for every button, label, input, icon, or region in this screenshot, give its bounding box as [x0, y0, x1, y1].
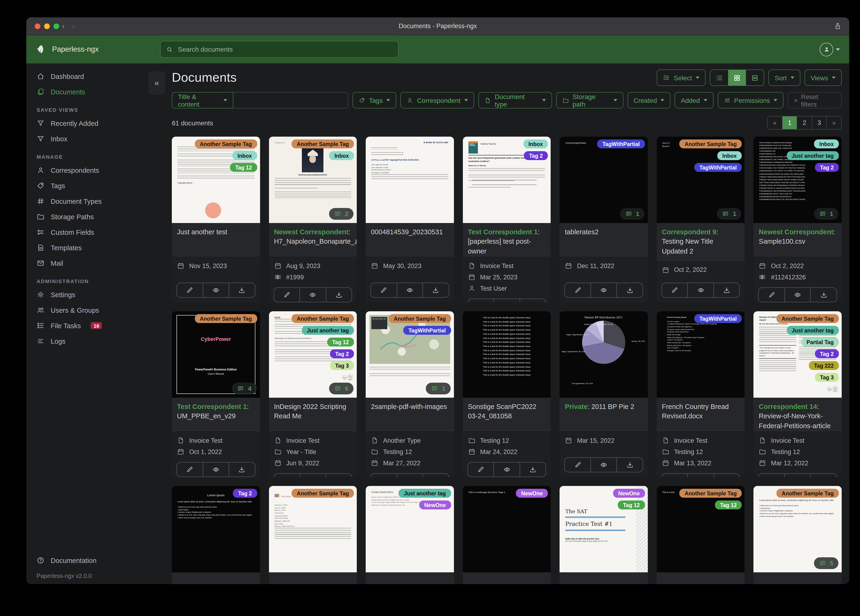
pagination-prev[interactable]: «	[768, 116, 782, 129]
view-document-button[interactable]	[202, 462, 229, 476]
sidebar-collapse-button[interactable]: «	[148, 71, 165, 95]
tag-pill[interactable]: Another Sample Tag	[680, 489, 742, 498]
sidebar-item-users-groups[interactable]: Users & Groups	[26, 302, 167, 318]
document-preview[interactable]: Adobe Acrobat PDF Files Cupcake ipsumAno…	[172, 137, 260, 223]
document-title-box[interactable]: Sonstige ScanPC2022 03-24_081058	[463, 398, 551, 431]
edit-document-button[interactable]	[274, 474, 300, 477]
user-menu[interactable]	[820, 42, 840, 56]
document-preview[interactable]: Lorem ipsum Lorem ipsum dolor sit amet, …	[754, 486, 842, 572]
search-input[interactable]	[177, 45, 392, 53]
document-card[interactable]: one,1.0five,5.0Another Sample TagInboxTa…	[657, 137, 745, 302]
document-card[interactable]: MEDICAL TEACHER Medical Teacher Has the …	[463, 137, 551, 302]
download-document-button[interactable]	[422, 283, 449, 297]
view-document-button[interactable]	[396, 474, 422, 477]
document-title-box[interactable]: Newest Correspondent: H7_Napoleon_Bonapa…	[269, 223, 357, 256]
tag-pill[interactable]: Just another tag	[301, 326, 354, 335]
document-title-box[interactable]: 0004814539_20230531	[366, 223, 454, 256]
document-title-box[interactable]: French Country Bread Revised.docx	[657, 398, 745, 431]
document-correspondent[interactable]: Newest Correspondent	[274, 228, 348, 236]
document-card[interactable]: French Country BreadFor the Leaven1 heap…	[657, 311, 745, 477]
sidebar-item-document-types[interactable]: Document Types	[26, 193, 167, 209]
view-document-button[interactable]	[687, 474, 714, 477]
minimize-window-button[interactable]	[44, 23, 50, 29]
tag-pill[interactable]: Tag 12	[230, 163, 257, 172]
document-preview[interactable]: Lorem ipsum Lorem ipsum dolor sit amet, …	[172, 486, 260, 572]
edit-document-button[interactable]	[371, 474, 396, 477]
document-title-box[interactable]	[463, 572, 551, 584]
edit-document-button[interactable]	[759, 288, 785, 302]
document-card[interactable]: Country,Region/State,TagWithPartial1tabl…	[560, 137, 648, 302]
view-document-button[interactable]	[590, 283, 617, 297]
edit-document-button[interactable]	[468, 462, 493, 476]
document-preview[interactable]: This is a testAnother Sample TagTag 12	[657, 486, 745, 572]
download-document-button[interactable]	[326, 474, 352, 477]
sidebar-item-templates[interactable]: Templates	[26, 240, 167, 255]
tag-pill[interactable]: Tag 12	[618, 501, 645, 509]
title-content-input[interactable]	[233, 92, 348, 108]
view-document-button[interactable]	[300, 288, 326, 302]
sort-button[interactable]: Sort	[769, 69, 800, 86]
document-correspondent[interactable]: Newest Correspondent	[759, 228, 833, 236]
tag-pill[interactable]: Tag 12	[715, 501, 742, 509]
forward-icon[interactable]: ›	[72, 21, 75, 31]
correspondent-filter-button[interactable]: Correspondent	[401, 92, 474, 108]
sidebar-item-storage-paths[interactable]: Storage Paths	[26, 209, 167, 225]
document-card[interactable]: Review of Arbitral Awards Shows Swift Re…	[754, 311, 842, 477]
document-preview[interactable]: Country,Region/State,TagWithPartial1	[560, 137, 648, 223]
sidebar-item-documentation[interactable]: Documentation	[26, 553, 167, 568]
pagination-next[interactable]: »	[826, 116, 841, 129]
document-preview[interactable]: This is a multi page document. Page 1.Ne…	[463, 486, 551, 572]
download-document-button[interactable]	[519, 462, 546, 476]
tag-pill[interactable]: Just another tag	[399, 489, 451, 498]
document-preview[interactable]: CyberPower PowerPanel® Business Edition …	[172, 311, 260, 398]
tag-pill[interactable]: Just another tag	[786, 151, 839, 160]
view-document-button[interactable]	[202, 283, 229, 297]
document-card[interactable]: Patient BP Distribution 2011 Normal, 150…	[560, 311, 648, 477]
tag-pill[interactable]: Another Sample Tag	[680, 140, 742, 148]
download-document-button[interactable]	[519, 299, 546, 302]
tag-pill[interactable]: Tag 2	[815, 163, 839, 172]
document-preview[interactable]: one,1.0five,5.0Another Sample TagInboxTa…	[657, 137, 745, 223]
edit-document-button[interactable]	[662, 474, 687, 477]
tag-pill[interactable]: Tag 3	[330, 361, 354, 370]
document-card[interactable]: Adob InDesign Scripting Documentation An…	[269, 311, 357, 477]
document-card[interactable]: ✳ BANK OF SCOTLAND 2,0 % p. a. auf Ihr T…	[366, 137, 454, 302]
edit-document-button[interactable]	[274, 288, 300, 302]
document-correspondent[interactable]: Test Correspondent 1	[468, 228, 538, 236]
tag-pill[interactable]: Tag 12	[327, 338, 354, 347]
document-preview[interactable]: This is a test for the double space char…	[463, 311, 551, 398]
document-preview[interactable]: The SAT Practice Test #1 Make time to ta…	[560, 486, 648, 572]
tag-pill[interactable]: Another Sample Tag	[777, 489, 839, 498]
view-details-button[interactable]	[746, 70, 764, 85]
sidebar-item-correspondents[interactable]: Correspondents	[26, 162, 167, 178]
document-preview[interactable]: Serial Number,Company Name,Employe978818…	[754, 137, 842, 223]
views-button[interactable]: Views	[805, 69, 842, 86]
download-document-button[interactable]	[617, 283, 643, 297]
document-title-box[interactable]	[172, 572, 260, 584]
document-preview[interactable]: ✳ BANK OF SCOTLAND 2,0 % p. a. auf Ihr T…	[366, 137, 454, 223]
tag-pill[interactable]: TagWithPartial	[403, 326, 451, 335]
view-document-button[interactable]	[785, 288, 810, 302]
view-document-button[interactable]	[785, 474, 810, 477]
document-title-box[interactable]: Just another test	[172, 223, 260, 256]
download-document-button[interactable]	[326, 288, 352, 302]
pagination-page-3[interactable]: 3	[811, 116, 826, 129]
document-card[interactable]: Lorem ipsum Lorem ipsum dolor sit amet, …	[172, 486, 260, 584]
document-title-box[interactable]: Test Correspondent 1: [paperless] test p…	[463, 223, 551, 256]
brand[interactable]: Paperless-ngx	[36, 44, 160, 55]
tag-pill[interactable]: Another Sample Tag	[195, 140, 257, 148]
sidebar-item-mail[interactable]: Mail	[26, 255, 167, 271]
document-title-box[interactable]: InDesign 2022 Scripting Read Me	[269, 398, 357, 431]
document-type-filter-button[interactable]: Document type	[479, 92, 552, 108]
document-correspondent[interactable]: Correspondent 9	[662, 228, 716, 236]
document-preview[interactable]: MEDICAL TEACHER Medical Teacher Has the …	[463, 137, 551, 223]
view-document-button[interactable]	[687, 283, 714, 297]
document-correspondent[interactable]: Test Correspondent 1	[177, 403, 247, 410]
pagination-page-2[interactable]: 2	[797, 116, 811, 129]
document-preview[interactable]: Review of Arbitral Awards Shows Swift Re…	[754, 311, 842, 398]
edit-document-button[interactable]	[565, 458, 590, 472]
view-document-button[interactable]	[300, 474, 326, 477]
edit-document-button[interactable]	[177, 462, 202, 476]
document-card[interactable]: CyberPower PowerPanel® Business Edition …	[172, 311, 260, 477]
tag-pill[interactable]: Inbox	[814, 140, 839, 148]
